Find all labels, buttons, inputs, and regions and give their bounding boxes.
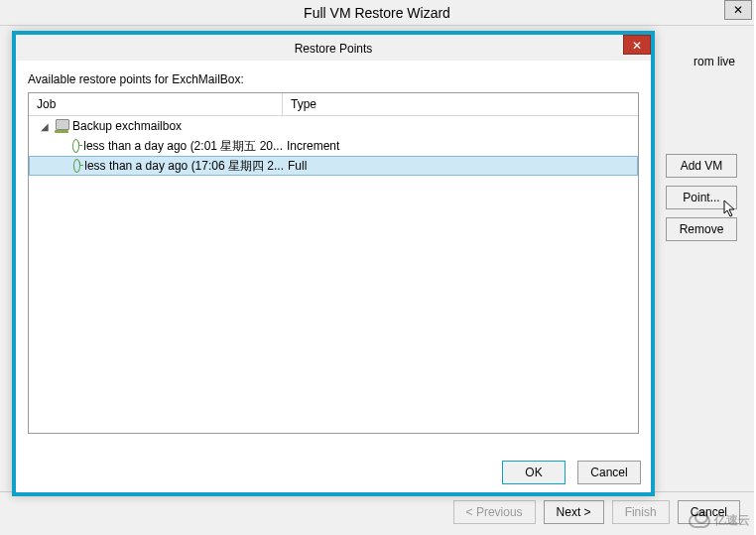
dialog-title-text: Restore Points (295, 42, 373, 56)
table-header: Job Type (29, 93, 638, 116)
point-type: Full (284, 159, 637, 173)
backup-job-icon (55, 119, 68, 133)
point-label: less than a day ago (2:01 星期五 20... (83, 138, 283, 155)
table-row[interactable]: less than a day ago (2:01 星期五 20... Incr… (29, 136, 638, 156)
parent-label: Backup exchmailbox (72, 119, 182, 133)
ok-button[interactable]: OK (502, 461, 566, 484)
cloud-icon (689, 514, 710, 528)
expand-icon[interactable] (41, 121, 51, 132)
dialog-hint: Available restore points for ExchMailBox… (28, 72, 639, 86)
restore-point-icon (73, 159, 80, 173)
finish-button: Finish (612, 500, 670, 524)
wizard-window: Full VM Restore Wizard ✕ rom live Add VM… (0, 0, 754, 535)
dialog-body: Available restore points for ExchMailBox… (16, 61, 651, 446)
watermark: 亿速云 (689, 512, 750, 529)
table-body: Backup exchmailbox less than a day ago (… (29, 116, 638, 176)
add-vm-button[interactable]: Add VM (666, 154, 737, 178)
wizard-title: Full VM Restore Wizard (0, 0, 754, 26)
table-row[interactable]: less than a day ago (17:06 星期四 2... Full (29, 156, 638, 176)
restore-point-icon (72, 139, 79, 153)
vm-side-buttons: Add VM Point... Remove (666, 154, 737, 249)
point-type: Increment (283, 139, 638, 153)
close-icon[interactable]: ✕ (724, 0, 752, 20)
dialog-cancel-button[interactable]: Cancel (577, 461, 641, 484)
table-row-parent[interactable]: Backup exchmailbox (29, 116, 638, 136)
restore-points-table: Job Type Backup exchmailbox (28, 92, 639, 434)
watermark-text: 亿速云 (714, 512, 750, 529)
column-type[interactable]: Type (283, 93, 638, 115)
restore-points-dialog: Restore Points ✕ Available restore point… (12, 31, 655, 496)
wizard-footer: < Previous Next > Finish Cancel (0, 491, 754, 535)
column-job[interactable]: Job (29, 93, 283, 115)
dialog-title: Restore Points ✕ (16, 35, 651, 61)
partial-text: rom live (693, 55, 735, 68)
point-label: less than a day ago (17:06 星期四 2... (84, 158, 284, 175)
next-button[interactable]: Next > (544, 500, 604, 524)
wizard-titlebar: Full VM Restore Wizard ✕ (0, 0, 754, 26)
point-button[interactable]: Point... (666, 186, 737, 209)
previous-button: < Previous (453, 500, 536, 524)
dialog-footer: OK Cancel (16, 457, 651, 492)
dialog-close-icon[interactable]: ✕ (623, 35, 651, 55)
remove-button[interactable]: Remove (666, 217, 737, 241)
